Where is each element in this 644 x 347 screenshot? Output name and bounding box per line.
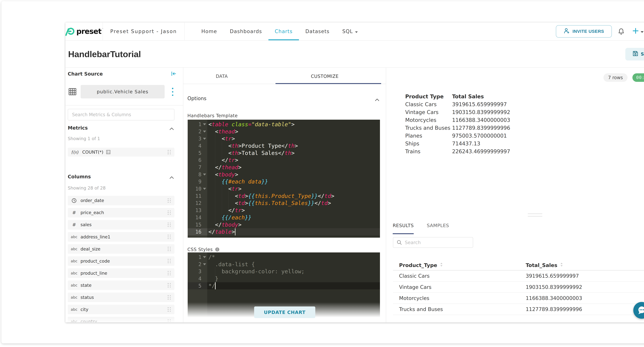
tab-results[interactable]: RESULTS xyxy=(393,222,414,234)
code-line[interactable]: <tr> xyxy=(207,185,380,192)
code-line[interactable]: <th>Total Sales</th> xyxy=(207,149,380,157)
drag-handle-icon[interactable] xyxy=(168,295,171,300)
column-item-country[interactable]: abccountry xyxy=(68,317,174,323)
code-fold-icon[interactable] xyxy=(203,174,206,175)
code-line[interactable]: {{#each data}} xyxy=(207,178,380,185)
chart-panel: 7 rows 00:00:01.38 Product TypeTotal Sal… xyxy=(386,68,644,323)
code-line[interactable]: <tbody> xyxy=(207,171,380,178)
line-number: 2 xyxy=(188,261,207,268)
code-fold-icon[interactable] xyxy=(203,138,206,140)
column-item-price_each[interactable]: #price_each xyxy=(68,208,174,217)
chart-header: HandlebarTutorial SAVE xyxy=(66,40,644,68)
column-item-product_line[interactable]: abcproduct_line xyxy=(68,268,174,278)
tab-samples[interactable]: SAMPLES xyxy=(427,222,449,234)
column-header[interactable]: Product_Type xyxy=(399,262,437,268)
add-new-menu[interactable] xyxy=(632,28,644,35)
options-section-header[interactable]: Options xyxy=(188,95,382,101)
nav-link-sql[interactable]: SQL xyxy=(336,22,364,40)
save-button[interactable]: SAVE xyxy=(625,48,644,60)
nav-link-datasets[interactable]: Datasets xyxy=(299,22,336,40)
drag-handle-icon[interactable] xyxy=(168,211,171,215)
column-item-status[interactable]: abcstatus xyxy=(68,293,174,302)
drag-handle-icon[interactable] xyxy=(168,198,171,203)
tab-customize[interactable]: CUSTOMIZE xyxy=(272,68,378,84)
sort-icon[interactable] xyxy=(560,262,563,268)
line-number: 3 xyxy=(188,135,207,142)
code-line[interactable]: {{/each}} xyxy=(207,214,380,221)
chart-title[interactable]: HandlebarTutorial xyxy=(68,49,141,59)
column-header[interactable]: Total_Sales xyxy=(526,262,557,268)
drag-handle-icon[interactable] xyxy=(168,283,171,288)
code-line[interactable]: </table> xyxy=(207,228,380,235)
results-search-input[interactable] xyxy=(402,240,473,245)
code-line[interactable]: background-color: yellow; xyxy=(207,268,380,275)
code-line[interactable]: <th>Product Type</th> xyxy=(207,142,380,149)
notifications-bell-icon[interactable] xyxy=(618,28,624,35)
code-line[interactable]: /* xyxy=(207,254,380,261)
code-fold-icon[interactable] xyxy=(203,263,206,265)
column-label: status xyxy=(80,295,94,300)
drag-handle-icon[interactable] xyxy=(168,271,171,275)
code-line[interactable]: </tr> xyxy=(207,157,380,164)
column-header: Product Type xyxy=(405,93,452,100)
drag-handle-icon[interactable] xyxy=(168,223,171,227)
code-line[interactable]: */ xyxy=(207,282,380,290)
code-fold-icon[interactable] xyxy=(203,123,206,125)
nav-link-label: SQL xyxy=(342,28,353,34)
update-chart-button[interactable]: UPDATE CHART xyxy=(254,307,315,318)
workspace-title[interactable]: Preset Support - Jason xyxy=(103,22,184,40)
line-number: 3 xyxy=(188,268,207,275)
line-number: 15 xyxy=(188,221,207,228)
nav-link-charts[interactable]: Charts xyxy=(268,22,299,40)
column-item-order_date[interactable]: order_date xyxy=(68,196,174,205)
code-line[interactable]: <thead> xyxy=(207,128,380,135)
code-fold-icon[interactable] xyxy=(203,256,206,258)
invite-users-button[interactable]: INVITE USERS xyxy=(556,25,612,37)
column-item-product_code[interactable]: abcproduct_code xyxy=(68,256,174,266)
table-row: Vintage Cars1903150.8399999992 xyxy=(405,108,521,116)
line-number: 11 xyxy=(188,192,207,200)
drag-handle-icon[interactable] xyxy=(168,259,171,263)
code-line[interactable]: </thead> xyxy=(207,164,380,171)
nav-link-dashboards[interactable]: Dashboards xyxy=(224,22,268,40)
column-item-address_line1[interactable]: abcaddress_line1 xyxy=(68,232,174,242)
nav-links: HomeDashboardsChartsDatasetsSQL xyxy=(195,22,364,40)
pane-drag-handle[interactable] xyxy=(528,214,542,218)
table-row: Ships714437.13 xyxy=(405,140,521,147)
code-fold-icon[interactable] xyxy=(203,131,206,132)
column-item-city[interactable]: abccity xyxy=(68,305,174,314)
nav-link-home[interactable]: Home xyxy=(195,22,224,40)
drag-handle-icon[interactable] xyxy=(168,235,171,239)
text-cursor xyxy=(235,228,236,235)
column-item-deal_size[interactable]: abcdeal_size xyxy=(68,244,174,254)
code-line[interactable]: } xyxy=(207,275,380,282)
active-nav-indicator xyxy=(268,39,299,40)
brand-logo[interactable]: preset ™ xyxy=(66,22,103,40)
drag-handle-icon[interactable] xyxy=(168,307,171,312)
code-line[interactable]: <table class="data-table"> xyxy=(207,121,380,128)
sort-icon[interactable] xyxy=(440,262,443,268)
hash-icon: # xyxy=(70,210,79,215)
code-fold-icon[interactable] xyxy=(203,188,206,190)
column-label: deal_size xyxy=(80,247,100,252)
tab-data[interactable]: DATA xyxy=(183,68,260,84)
column-item-sales[interactable]: #sales xyxy=(68,220,174,230)
navbar: preset ™ Preset Support - Jason HomeDash… xyxy=(66,22,644,40)
column-label: state xyxy=(80,283,92,288)
column-item-state[interactable]: abcstate xyxy=(68,281,174,290)
nav-link-label: Charts xyxy=(275,28,293,34)
text-cursor xyxy=(215,282,216,290)
code-line[interactable]: </tbody> xyxy=(207,221,380,228)
code-line[interactable]: <td>{{this.Total_Sales}}</td> xyxy=(207,200,380,207)
abc-icon: abc xyxy=(70,235,79,239)
drag-handle-icon[interactable] xyxy=(168,247,171,251)
handlebars-code-editor[interactable]: 12345678910111213141516<table class="dat… xyxy=(188,120,380,238)
info-icon[interactable] xyxy=(215,247,220,252)
code-line[interactable]: <td>{{this.Product_Type}}</td> xyxy=(207,192,380,200)
code-line[interactable]: </tr> xyxy=(207,207,380,214)
line-number: 4 xyxy=(188,142,207,149)
drag-handle-icon[interactable] xyxy=(168,320,171,323)
code-line[interactable]: <tr> xyxy=(207,135,380,142)
editor-gutter: 12345678910111213141516 xyxy=(188,120,207,238)
code-line[interactable]: .data-list { xyxy=(207,261,380,268)
